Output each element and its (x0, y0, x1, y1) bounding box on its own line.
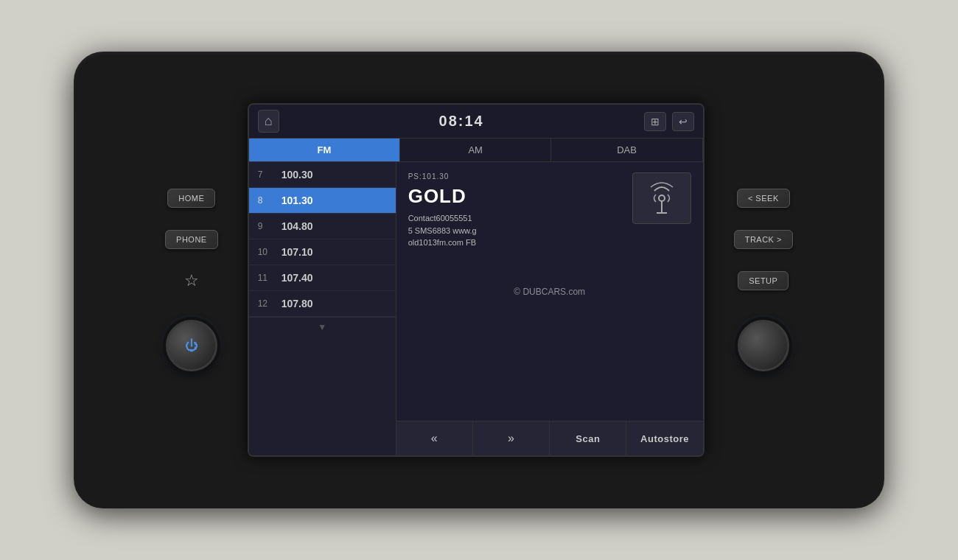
right-physical-buttons: < SEEK TRACK > SETUP (734, 189, 793, 371)
station-info-panel: PS:101.30 GOLD Contact600555515 SMS6883 … (396, 162, 703, 455)
top-right-controls: ⊞ ↩ (644, 112, 694, 131)
home-button[interactable]: HOME (167, 189, 215, 208)
scan-button[interactable]: Scan (550, 421, 626, 455)
tab-dab[interactable]: DAB (551, 139, 702, 161)
preset-item-8[interactable]: 8 101.30 (249, 188, 396, 214)
preset-freq-9: 104.80 (282, 220, 313, 232)
next-station-button[interactable]: » (473, 421, 550, 455)
grid-icon: ⊞ (651, 116, 660, 127)
home-screen-button[interactable]: ⌂ (258, 110, 279, 133)
preset-item-12[interactable]: 12 107.80 (249, 291, 396, 317)
left-physical-buttons: HOME PHONE ☆ ⏻ (165, 189, 218, 371)
tab-am[interactable]: AM (400, 139, 551, 161)
playback-controls: « » Scan Autostore (396, 421, 703, 455)
preset-item-7[interactable]: 7 100.30 (249, 162, 396, 188)
infotainment-screen: ⌂ 08:14 ⊞ ↩ FM AM DAB 7 (248, 103, 704, 457)
top-bar: ⌂ 08:14 ⊞ ↩ (249, 105, 703, 139)
radio-tab-bar: FM AM DAB (249, 139, 703, 162)
preset-num-9: 9 (258, 221, 273, 231)
autostore-button[interactable]: Autostore (626, 421, 702, 455)
watermark: © DUBCARS.com (514, 287, 585, 297)
back-icon: ↩ (679, 116, 688, 127)
preset-freq-8: 101.30 (282, 195, 313, 206)
back-button[interactable]: ↩ (672, 112, 694, 131)
clock-display: 08:14 (439, 113, 484, 130)
svg-point-0 (659, 195, 665, 201)
prev-station-button[interactable]: « (396, 421, 473, 455)
phone-button[interactable]: PHONE (165, 230, 218, 249)
track-button[interactable]: TRACK > (734, 230, 793, 249)
preset-item-9[interactable]: 9 104.80 (249, 214, 396, 239)
seek-button[interactable]: < SEEK (737, 189, 790, 208)
grid-menu-button[interactable]: ⊞ (644, 112, 666, 131)
preset-freq-11: 107.40 (282, 272, 313, 284)
preset-item-11[interactable]: 11 107.40 (249, 265, 396, 291)
preset-num-7: 7 (258, 169, 273, 180)
power-icon: ⏻ (185, 338, 198, 354)
preset-freq-12: 107.80 (282, 298, 313, 309)
station-info-area: PS:101.30 GOLD Contact600555515 SMS6883 … (396, 162, 703, 421)
antenna-icon (643, 180, 680, 217)
favorites-button[interactable]: ☆ (184, 271, 199, 290)
preset-num-8: 8 (258, 195, 273, 206)
car-infotainment-panel: HOME PHONE ☆ ⏻ ⌂ 08:14 ⊞ ↩ FM (74, 52, 884, 508)
preset-list: 7 100.30 8 101.30 9 104.80 10 107.10 11 (249, 162, 396, 455)
main-content-area: 7 100.30 8 101.30 9 104.80 10 107.10 11 (249, 162, 703, 455)
preset-num-10: 10 (258, 247, 273, 257)
scroll-down-indicator[interactable]: ▼ (249, 317, 396, 337)
station-logo-area (632, 172, 691, 224)
right-volume-knob[interactable] (738, 320, 789, 371)
home-icon: ⌂ (265, 113, 273, 128)
preset-num-12: 12 (258, 298, 273, 309)
station-description: Contact600555515 SMS6883 www.gold1013fm.… (408, 212, 541, 249)
tab-fm[interactable]: FM (249, 139, 400, 161)
preset-num-11: 11 (258, 273, 273, 283)
preset-freq-7: 100.30 (282, 169, 313, 181)
preset-item-10[interactable]: 10 107.10 (249, 239, 396, 265)
power-volume-knob[interactable]: ⏻ (166, 320, 217, 371)
setup-button[interactable]: SETUP (738, 271, 789, 290)
preset-freq-10: 107.10 (282, 246, 313, 258)
